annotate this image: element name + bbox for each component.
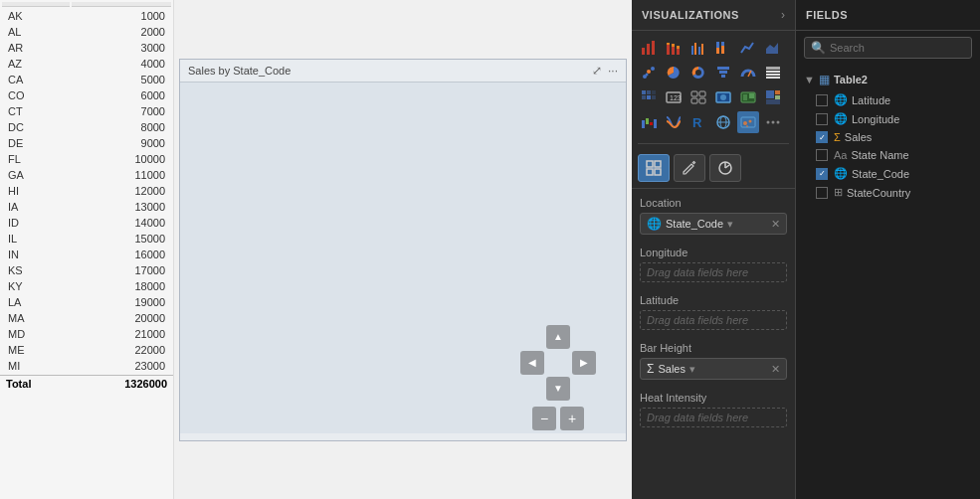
visual-title: Sales by State_Code <box>188 65 291 77</box>
field-type-icon-0: 🌐 <box>834 93 848 106</box>
viz-icon-funnel[interactable] <box>712 62 734 83</box>
viz-icon-filledmap[interactable] <box>737 86 759 108</box>
viz-icon-100bar[interactable] <box>712 37 734 59</box>
drop-zone-2[interactable]: Drag data fields here <box>640 310 787 330</box>
nav-left-button[interactable]: ◀ <box>520 351 544 375</box>
field-section-label-1: Longitude <box>640 247 787 258</box>
drop-zone-1[interactable]: Drag data fields here <box>640 262 787 282</box>
svg-rect-7 <box>677 49 680 55</box>
svg-rect-31 <box>642 90 646 94</box>
viz-icon-table[interactable] <box>762 62 784 83</box>
viz-icon-gauge[interactable] <box>737 62 759 83</box>
viz-icon-donut[interactable] <box>687 62 709 83</box>
svg-point-65 <box>772 121 775 124</box>
field-name-0: Latitude <box>852 94 890 106</box>
data-table: AK1000AL2000AR3000AZ4000CA5000CO6000CT70… <box>0 0 173 375</box>
viz-icon-treemap[interactable] <box>762 86 784 108</box>
viz-icon-stackbar[interactable] <box>663 37 685 59</box>
table-row: AK1000 <box>2 9 171 23</box>
table-row: CA5000 <box>2 73 171 86</box>
field-item-3[interactable]: AaState Name <box>796 146 980 164</box>
format-mode-button[interactable] <box>674 154 705 182</box>
visual-container[interactable]: Sales by State_Code ⤢ ··· ▲ ◀ ▶ ▼ − + <box>179 59 627 441</box>
viz-icon-more[interactable] <box>762 111 784 133</box>
svg-point-21 <box>646 74 649 77</box>
table-row: AR3000 <box>2 41 171 55</box>
field-name-5: StateCountry <box>847 187 910 199</box>
field-item-4[interactable]: 🌐State_Code <box>796 164 980 183</box>
svg-rect-36 <box>652 95 656 99</box>
svg-rect-53 <box>646 118 649 124</box>
viz-icon-globe[interactable] <box>712 111 734 133</box>
viz-icon-clusterbar[interactable] <box>687 37 709 59</box>
chip-arrow-3[interactable]: ▾ <box>689 363 695 376</box>
svg-rect-41 <box>691 98 697 103</box>
svg-point-63 <box>746 125 748 127</box>
viz-icon-R[interactable]: R <box>687 111 709 133</box>
field-well-section-4: Heat IntensityDrag data fields here <box>632 388 795 435</box>
svg-point-22 <box>695 70 701 76</box>
svg-rect-28 <box>766 71 780 73</box>
chip-remove-3[interactable]: ✕ <box>771 363 780 376</box>
field-well-section-2: LatitudeDrag data fields here <box>632 290 795 338</box>
chip-arrow-0[interactable]: ▾ <box>727 218 733 231</box>
svg-rect-67 <box>647 161 653 167</box>
nav-up-button[interactable]: ▲ <box>546 325 570 349</box>
svg-point-64 <box>767 121 770 124</box>
svg-rect-42 <box>699 98 705 103</box>
field-item-2[interactable]: ΣSales <box>796 128 980 146</box>
field-checkbox-4[interactable] <box>816 168 828 180</box>
field-item-1[interactable]: 🌐Longitude <box>796 109 980 128</box>
viz-icon-card[interactable]: 123 <box>663 86 685 108</box>
viz-icon-ribbon[interactable] <box>663 111 685 133</box>
svg-rect-6 <box>672 44 675 47</box>
viz-icon-multicard[interactable] <box>687 86 709 108</box>
viz-mode-buttons <box>632 148 795 189</box>
viz-icon-bar[interactable] <box>638 37 660 59</box>
svg-rect-9 <box>691 46 693 55</box>
field-checkbox-1[interactable] <box>816 113 828 125</box>
viz-icon-area[interactable] <box>762 37 784 59</box>
field-chip-3[interactable]: ΣSales▾✕ <box>640 358 787 380</box>
viz-icon-pie[interactable] <box>663 62 685 83</box>
data-table-scroll[interactable]: AK1000AL2000AR3000AZ4000CA5000CO6000CT70… <box>0 0 173 457</box>
drop-zone-4[interactable]: Drag data fields here <box>640 408 787 427</box>
field-type-icon-5: ⊞ <box>834 186 843 199</box>
svg-rect-50 <box>775 95 780 99</box>
fields-search-container[interactable]: 🔍 <box>804 37 972 59</box>
field-item-5[interactable]: ⊞StateCountry <box>796 183 980 202</box>
field-checkbox-2[interactable] <box>816 131 828 143</box>
viz-icon-scatter[interactable] <box>638 62 660 83</box>
field-checkbox-3[interactable] <box>816 149 828 161</box>
table-row: MD21000 <box>2 327 171 341</box>
more-icon[interactable]: ··· <box>608 64 618 78</box>
chip-name-0: State_Code <box>666 218 723 230</box>
table-row: LA19000 <box>2 295 171 309</box>
viz-icon-map-active[interactable] <box>712 86 734 108</box>
zoom-out-button[interactable]: − <box>532 407 556 430</box>
chip-remove-0[interactable]: ✕ <box>771 218 780 231</box>
table-header-0[interactable]: ▼▦Table2 <box>796 69 980 90</box>
viz-pane-arrow[interactable]: › <box>781 8 785 22</box>
svg-marker-17 <box>766 43 778 54</box>
table-row: MA20000 <box>2 311 171 325</box>
field-well-section-0: Location🌐State_Code▾✕ <box>632 193 795 243</box>
fields-mode-button[interactable] <box>638 154 670 182</box>
expand-icon[interactable]: ⤢ <box>592 64 602 78</box>
field-section-label-0: Location <box>640 197 787 209</box>
zoom-in-button[interactable]: + <box>560 407 584 430</box>
viz-icon-waterfall[interactable] <box>638 111 660 133</box>
nav-right-button[interactable]: ▶ <box>572 351 596 375</box>
field-checkbox-5[interactable] <box>816 187 828 199</box>
viz-icon-line[interactable] <box>737 37 759 59</box>
field-checkbox-0[interactable] <box>816 94 828 106</box>
table-row: FL10000 <box>2 152 171 166</box>
viz-icon-dot-map[interactable] <box>737 111 759 133</box>
svg-rect-54 <box>650 122 653 125</box>
nav-down-button[interactable]: ▼ <box>546 377 570 401</box>
field-chip-0[interactable]: 🌐State_Code▾✕ <box>640 213 787 235</box>
search-input[interactable] <box>830 42 965 54</box>
viz-icon-matrix[interactable] <box>638 86 660 108</box>
analytics-mode-button[interactable] <box>709 154 741 182</box>
field-item-0[interactable]: 🌐Latitude <box>796 90 980 109</box>
